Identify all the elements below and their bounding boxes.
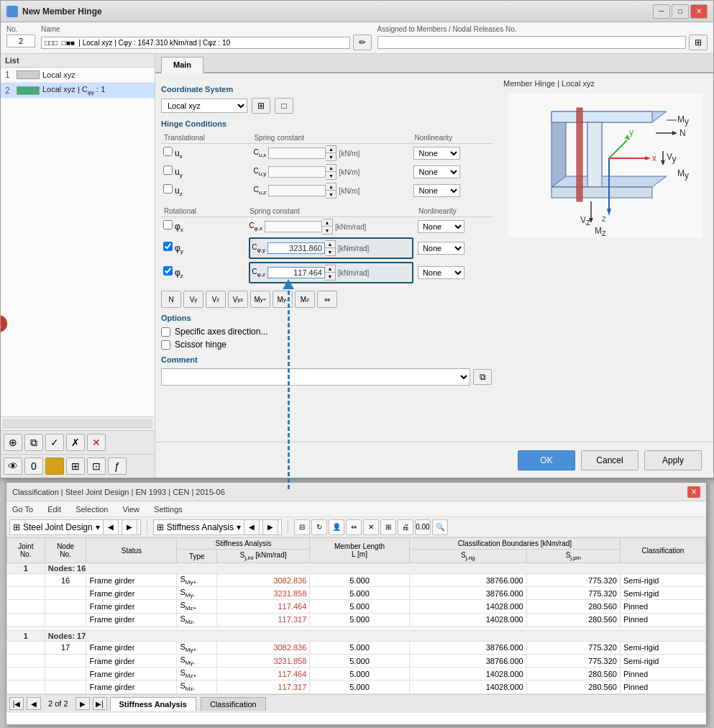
- left-prev-btn[interactable]: ◀: [103, 519, 119, 535]
- spin-phiy[interactable]: ▲▼: [325, 240, 336, 256]
- icon-btn-7[interactable]: Mz: [295, 291, 315, 308]
- no-input[interactable]: [6, 35, 35, 47]
- tb-btn-print[interactable]: 🖨: [398, 519, 413, 535]
- menu-selection[interactable]: Selection: [73, 505, 111, 514]
- table-row[interactable]: Frame girder SMz- 117.317 5.000 14028.00…: [7, 681, 706, 693]
- icon-btn-5[interactable]: My+: [250, 291, 270, 308]
- cb-phiz[interactable]: [163, 266, 173, 276]
- nonlin-phix[interactable]: None: [418, 220, 464, 233]
- input-ux[interactable]: [268, 147, 326, 159]
- scroll-bar[interactable]: [1, 417, 155, 430]
- list-item-1[interactable]: 1 Local xyz: [1, 68, 155, 83]
- spin-phiz[interactable]: ▲▼: [325, 265, 336, 281]
- left-next-btn[interactable]: ▶: [122, 519, 137, 535]
- nav-filter-btn[interactable]: ⊡: [87, 458, 106, 475]
- delete-btn[interactable]: ✕: [87, 434, 106, 451]
- coord-btn1[interactable]: ⊞: [252, 98, 270, 114]
- cb-phix[interactable]: [163, 220, 173, 229]
- icon-btn-4[interactable]: Vyz: [228, 291, 248, 308]
- nav-first[interactable]: |◀: [9, 697, 24, 710]
- close-button[interactable]: ✕: [690, 4, 708, 19]
- spin-uz[interactable]: ▲▼: [326, 183, 337, 199]
- tb-btn-zero[interactable]: 0.00: [415, 519, 431, 535]
- tab-main[interactable]: Main: [161, 57, 203, 73]
- table-row[interactable]: Frame girder SMz+ 117.464 5.000 14028.00…: [7, 668, 706, 681]
- nav-prev[interactable]: ◀: [27, 697, 41, 710]
- tb-btn-table[interactable]: ⊞: [380, 519, 396, 535]
- minimize-button[interactable]: ─: [653, 4, 670, 19]
- nonlin-ux[interactable]: None: [413, 147, 460, 160]
- tb-btn-search[interactable]: 🔍: [432, 519, 448, 535]
- nav-zero-btn[interactable]: 0: [24, 458, 43, 475]
- cb-scissor[interactable]: [161, 340, 170, 350]
- svg-marker-5: [551, 112, 652, 122]
- assigned-btn[interactable]: ⊞: [689, 35, 708, 50]
- tb-btn-refresh[interactable]: ↻: [311, 519, 327, 535]
- table-row[interactable]: Frame girder SMy- 3231.858 5.000 38766.0…: [7, 587, 706, 600]
- maximize-button[interactable]: □: [672, 4, 689, 19]
- nonlin-uz[interactable]: None: [413, 184, 460, 197]
- ok-button[interactable]: OK: [518, 450, 575, 470]
- nonlin-uy[interactable]: None: [413, 165, 460, 178]
- spin-uy[interactable]: ▲▼: [326, 164, 337, 180]
- input-phiz[interactable]: [267, 267, 325, 278]
- nav-eye-btn[interactable]: 👁: [4, 458, 22, 475]
- right-next-btn[interactable]: ▶: [262, 519, 278, 535]
- nav-next[interactable]: ▶: [75, 697, 90, 710]
- cb-ux[interactable]: [163, 147, 173, 156]
- comment-btn[interactable]: ⧉: [473, 369, 492, 385]
- cb-uz[interactable]: [163, 184, 173, 194]
- cb-specific-axes[interactable]: [161, 327, 170, 337]
- nav-last[interactable]: ▶|: [93, 697, 107, 710]
- menu-goto[interactable]: Go To: [9, 505, 36, 514]
- nav-select-btn[interactable]: ⊞: [66, 458, 85, 475]
- tb-btn-x[interactable]: ✕: [363, 519, 379, 535]
- assigned-input[interactable]: [377, 36, 687, 49]
- cancel-button[interactable]: Cancel: [581, 450, 639, 470]
- table-row[interactable]: 16 Frame girder SMy+ 3082.836 5.000 3876…: [7, 574, 706, 587]
- spin-phix[interactable]: ▲▼: [322, 219, 333, 235]
- table-row[interactable]: Frame girder SMz- 117.317 5.000 14028.00…: [7, 613, 706, 626]
- icon-btn-8[interactable]: ⇔: [317, 291, 337, 308]
- add-btn[interactable]: ⊕: [4, 434, 22, 451]
- icon-btn-1[interactable]: N: [161, 291, 181, 308]
- spin-ux[interactable]: ▲▼: [326, 145, 337, 161]
- table-row[interactable]: Frame girder SMy- 3231.858 5.000 38766.0…: [7, 654, 706, 667]
- input-uy[interactable]: [268, 166, 326, 178]
- input-phix[interactable]: [265, 221, 322, 232]
- menu-view[interactable]: View: [119, 505, 142, 514]
- input-phiy[interactable]: [267, 242, 325, 254]
- table-row[interactable]: 17 Frame girder SMy+ 3082.836 5.000 3876…: [7, 641, 706, 654]
- input-uz[interactable]: [268, 185, 326, 196]
- tb-btn-user[interactable]: 👤: [329, 519, 344, 535]
- right-dropdown[interactable]: ⊞ Stiffness Analysis ▾ ◀ ▶: [153, 519, 282, 535]
- cb-phiy[interactable]: [163, 242, 173, 251]
- tb-btn-filter[interactable]: ⊟: [294, 519, 310, 535]
- coord-btn2[interactable]: □: [275, 98, 293, 114]
- menu-edit[interactable]: Edit: [45, 505, 64, 514]
- uncheck-btn[interactable]: ✗: [66, 434, 85, 451]
- list-item-2[interactable]: 2 Local xyz | Cφy : 1: [1, 83, 155, 99]
- tb-btn-link[interactable]: ⇔: [346, 519, 362, 535]
- check-btn[interactable]: ✓: [45, 434, 64, 451]
- duplicate-btn[interactable]: ⧉: [24, 434, 43, 451]
- tab-classification[interactable]: Classification: [201, 697, 266, 711]
- icon-btn-2[interactable]: Vy: [183, 291, 203, 308]
- menu-settings[interactable]: Settings: [151, 505, 186, 514]
- nonlin-phiz[interactable]: None: [418, 266, 464, 279]
- name-edit-button[interactable]: ✏: [353, 35, 372, 50]
- right-prev-btn[interactable]: ◀: [244, 519, 260, 535]
- tab-stiffness[interactable]: Stiffness Analysis: [110, 697, 196, 711]
- nav-color-btn[interactable]: [45, 458, 64, 475]
- apply-button[interactable]: Apply: [644, 450, 702, 470]
- icon-btn-3[interactable]: Vz: [206, 291, 226, 308]
- bottom-close-btn[interactable]: ✕: [687, 486, 700, 498]
- nav-func-btn[interactable]: ƒ: [108, 458, 127, 475]
- table-row[interactable]: Frame girder SMz+ 117.464 5.000 14028.00…: [7, 600, 706, 613]
- cb-uy[interactable]: [163, 165, 173, 175]
- coord-select[interactable]: Local xyz: [161, 99, 247, 113]
- name-input[interactable]: [41, 37, 350, 49]
- left-dropdown[interactable]: ⊞ Steel Joint Design ▾ ◀ ▶: [9, 519, 141, 535]
- comment-input[interactable]: [161, 368, 470, 386]
- nonlin-phiy[interactable]: None: [418, 242, 464, 255]
